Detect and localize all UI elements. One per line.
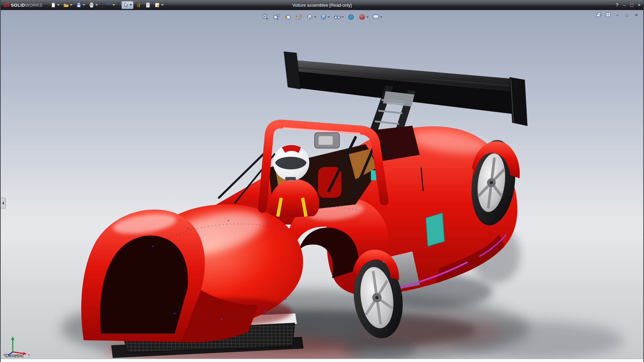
dropdown-caret[interactable] [129,4,132,6]
undo-icon [106,2,112,8]
hide-show-items-button[interactable] [333,13,344,21]
restore-button[interactable]: □ [630,3,633,7]
section-view-icon [295,13,303,21]
zoom-to-area-button[interactable] [272,13,281,21]
rebuild-icon [136,2,142,8]
restore-document-button[interactable]: □ [624,12,630,17]
heads-up-toolbar [259,12,385,22]
edit-appearance-button[interactable] [358,13,369,21]
apply-scene-button[interactable] [347,13,356,21]
cascade-windows-button[interactable] [596,12,602,17]
dropdown-caret[interactable] [328,16,330,18]
tile-windows-icon [605,12,611,17]
front-left-fender[interactable] [81,209,205,342]
new-document-icon [50,2,56,8]
document-window-controls: – □ × [596,12,639,17]
previous-view-icon [284,13,291,21]
zoom-to-area-icon [273,13,280,21]
zoom-to-fit-icon [262,13,269,21]
save-button[interactable] [74,1,87,9]
open-button[interactable] [62,1,74,9]
file-properties-icon [145,2,151,8]
view-settings-icon [372,13,380,21]
titlebar: DS SOLIDWORKS [1,0,643,10]
graphics-area[interactable]: – □ × x *Dimetric [1,10,643,362]
brand-name-rest: WORKS [25,3,43,8]
solidworks-logo: DS SOLIDWORKS [3,2,42,8]
previous-view-button[interactable] [283,13,292,21]
dropdown-caret[interactable] [161,4,164,6]
view-orientation-label: *Dimetric [3,353,24,358]
edit-appearance-icon [359,13,366,21]
status-bar-edge [1,359,643,362]
minimize-document-button[interactable]: – [614,12,621,17]
view-orientation-button[interactable] [306,13,317,21]
teal-detail [371,170,376,180]
file-properties-button[interactable] [144,1,152,9]
help-button[interactable]: ? [616,3,619,7]
close-button[interactable]: × [638,3,641,7]
dropdown-caret[interactable] [95,4,98,6]
hide-show-items-icon [334,13,341,21]
x-axis-label: x [28,353,30,357]
options-icon [154,2,160,8]
zoom-to-fit-button[interactable] [261,13,270,21]
y-axis-arrow [11,337,14,340]
dropdown-caret[interactable] [57,4,60,6]
ds-logo-icon: DS [3,2,9,8]
apply-scene-icon [347,13,355,21]
collapse-arrow-icon [2,201,4,205]
undo-button[interactable] [104,1,116,9]
dropdown-caret[interactable] [367,16,369,18]
print-icon [89,2,95,8]
close-document-button[interactable]: × [633,12,639,17]
select-cursor-icon [123,2,129,8]
display-style-button[interactable] [319,13,331,21]
section-view-button[interactable] [294,13,303,21]
dropdown-caret[interactable] [83,4,85,6]
select-button[interactable] [121,1,133,9]
rebuild-button[interactable] [134,1,143,9]
dropdown-caret[interactable] [380,16,382,18]
toolbar-separator [102,2,102,8]
main-toolbar [49,1,165,9]
minimize-button[interactable]: – [623,3,626,7]
dropdown-caret[interactable] [342,16,344,18]
dropdown-caret[interactable] [70,4,72,6]
save-icon [76,2,82,8]
display-style-icon [320,13,327,21]
tile-windows-button[interactable] [605,12,611,17]
view-settings-button[interactable] [372,13,383,21]
mirror-box [315,133,339,148]
cascade-windows-icon [596,12,601,17]
view-orientation-icon [306,13,314,21]
brand-name-bold: SOLID [11,3,25,8]
window-controls: ? – □ × [616,3,641,7]
dropdown-caret[interactable] [314,16,316,18]
window-title: Voiture assemblee [Read-only] [292,3,352,8]
teal-panel [426,213,444,246]
options-button[interactable] [153,1,165,9]
new-document-button[interactable] [49,1,61,9]
open-folder-icon [63,2,69,8]
3d-scene[interactable] [1,10,643,362]
toolbar-separator [119,2,119,8]
feature-panel-collapse-tab[interactable] [1,198,6,208]
print-button[interactable] [87,1,99,9]
dropdown-caret[interactable] [112,4,115,6]
solidworks-window: DS SOLIDWORKS [0,0,644,362]
